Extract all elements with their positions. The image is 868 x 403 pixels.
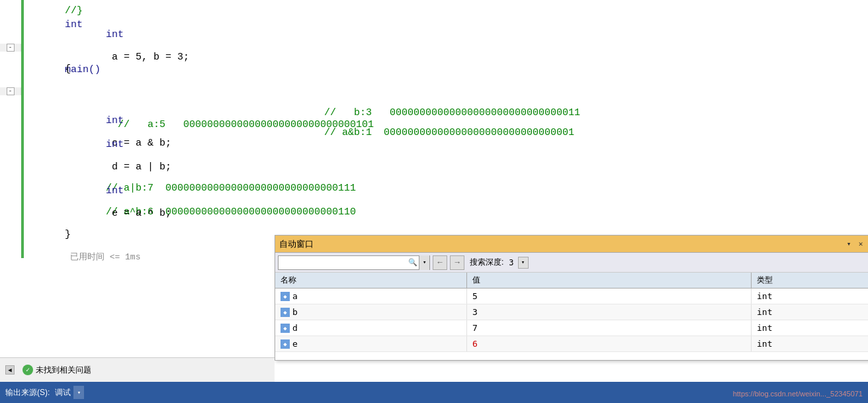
header-type: 类型: [752, 273, 868, 288]
cell-value-e: 6: [467, 336, 752, 351]
cell-name-inner-e: ◆ e: [281, 339, 298, 349]
auto-window: 自动窗口 ▾ ✕ 🔍 ▾ ← → 搜索深度: 3 ▾ 名称 值 类型: [275, 235, 868, 361]
cell-name-inner-a: ◆ a: [281, 291, 298, 301]
cell-type-a: int: [752, 289, 868, 304]
collapse-vars-btn[interactable]: -: [7, 87, 15, 95]
search-dropdown[interactable]: ▾: [419, 255, 429, 270]
auto-title-bar: 自动窗口 ▾ ✕: [275, 236, 868, 253]
status-bar: 输出来源(S): 调试 ▾ https://blog.csdn.net/weix…: [0, 382, 868, 403]
cell-name-inner-b: ◆ b: [281, 307, 298, 317]
check-icon: ✓: [22, 365, 33, 375]
depth-label: 搜索深度:: [470, 257, 503, 268]
no-issue-text: 未找到相关问题: [36, 365, 91, 376]
collapse-main-btn[interactable]: -: [7, 44, 15, 52]
csdn-link: https://blog.csdn.net/weixin..._52345071: [733, 390, 863, 398]
cell-name-a: ◆ a: [275, 289, 467, 304]
var-name-e: e: [292, 339, 298, 349]
cell-value-b: 3: [467, 304, 752, 320]
var-icon-d: ◆: [281, 324, 290, 333]
search-box: 🔍 ▾: [278, 255, 430, 270]
cell-name-inner-d: ◆ d: [281, 323, 298, 333]
close-window-icon[interactable]: ✕: [856, 240, 865, 249]
output-label: 输出来源(S):: [5, 387, 50, 398]
table-row[interactable]: ◆ d 7 int: [275, 320, 868, 336]
table-row[interactable]: ◆ b 3 int: [275, 304, 868, 320]
kw-int-vars: int: [106, 29, 124, 40]
cell-value-a: 5: [467, 289, 752, 304]
table-row[interactable]: ◆ a 5 int: [275, 289, 868, 304]
cell-type-b: int: [752, 304, 868, 320]
cell-type-e: int: [752, 336, 868, 351]
cell-name-e: ◆ e: [275, 336, 467, 351]
time-text: 已用时间 <= 1ms: [65, 252, 140, 262]
output-value: 调试: [55, 387, 71, 398]
scroll-left-btn[interactable]: ◀: [5, 365, 15, 375]
nav-forward-btn[interactable]: →: [450, 255, 464, 270]
var-name-b: b: [292, 307, 298, 317]
table-header: 名称 值 类型: [275, 273, 868, 289]
var-name-a: a: [292, 291, 298, 301]
auto-title-text: 自动窗口: [279, 238, 314, 250]
search-input[interactable]: [279, 258, 407, 267]
table-row[interactable]: ◆ e 6 int: [275, 336, 868, 352]
cell-value-d: 7: [467, 320, 752, 336]
var-icon-b: ◆: [281, 308, 290, 317]
bottom-time: 已用时间 <= 1ms: [70, 252, 141, 262]
pin-icon[interactable]: ▾: [844, 240, 853, 249]
var-icon-e: ◆: [281, 339, 290, 349]
kw-int-d: int: [106, 139, 124, 150]
depth-dropdown[interactable]: ▾: [518, 257, 529, 269]
depth-value: 3: [509, 258, 513, 267]
cell-type-d: int: [752, 320, 868, 336]
header-value: 值: [467, 273, 752, 288]
var-name-d: d: [292, 323, 298, 333]
no-issue-area: ✓ 未找到相关问题: [22, 365, 91, 376]
bottom-panel: ◀ ✓ 未找到相关问题: [0, 357, 275, 382]
auto-title-icons: ▾ ✕: [844, 240, 865, 249]
table-body: ◆ a 5 int ◆ b 3 int: [275, 289, 868, 352]
auto-toolbar: 🔍 ▾ ← → 搜索深度: 3 ▾: [275, 253, 868, 273]
var-icon-a: ◆: [281, 292, 290, 301]
output-source-item: 输出来源(S): 调试 ▾: [5, 386, 84, 399]
close-brace: }: [65, 229, 71, 240]
header-name: 名称: [275, 273, 467, 288]
cell-name-b: ◆ b: [275, 304, 467, 320]
auto-table: 名称 值 类型 ◆ a 5 int ◆: [275, 273, 868, 360]
cell-name-d: ◆ d: [275, 320, 467, 336]
vars-decl: a = 5, b = 3;: [106, 52, 189, 63]
gutter-vars: -: [0, 87, 21, 95]
nav-back-btn[interactable]: ←: [433, 255, 447, 270]
kw-int-e: int: [106, 185, 124, 197]
gutter-main: -: [0, 44, 21, 52]
output-dropdown[interactable]: ▾: [73, 386, 84, 399]
search-icon: 🔍: [407, 258, 419, 267]
